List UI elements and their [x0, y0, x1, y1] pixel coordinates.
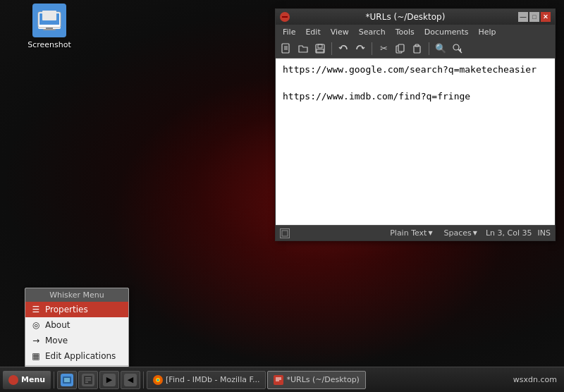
- indent-label: Spaces: [444, 228, 472, 238]
- editor-app-icon: [280, 12, 290, 22]
- taskbar: Menu ▶ ◀ [Find - IMDb - Mozilla F...: [0, 367, 564, 392]
- taskbar-app-4[interactable]: ◀: [121, 371, 140, 389]
- menu-view[interactable]: View: [326, 26, 353, 38]
- context-menu-item-move[interactable]: → Move: [25, 333, 128, 348]
- taskbar-app-3[interactable]: ▶: [99, 371, 119, 389]
- editor-line-1: https://www.google.com/search?q=maketech…: [283, 64, 548, 75]
- taskbar-quicklaunch: ▶ ◀: [57, 371, 140, 389]
- editor-statusbar: Plain Text Spaces Ln 3, Col 35 INS: [276, 225, 555, 240]
- editor-line-3: https://www.imdb.com/find?q=fringe: [283, 91, 548, 102]
- context-menu-item-edit-applications[interactable]: ▦ Edit Applications: [25, 348, 128, 364]
- taskbar-app-icon-4: ◀: [124, 374, 137, 386]
- taskbar-item-gedit[interactable]: *URLs (~/Desktop): [267, 371, 365, 389]
- taskbar-app-icon-2: [82, 374, 94, 386]
- svg-rect-8: [316, 44, 324, 53]
- context-menu-item-properties[interactable]: ☰ Properties: [25, 302, 128, 317]
- toolbar-new-button[interactable]: [278, 41, 294, 56]
- taskbar-separator-1: [54, 372, 54, 388]
- context-menu-properties-label: Properties: [45, 305, 88, 314]
- cursor-position: Ln 3, Col 35: [486, 228, 532, 238]
- editor-titlebar: *URLs (~/Desktop) — □ ✕: [276, 9, 555, 25]
- context-menu-header: Whisker Menu: [25, 288, 128, 302]
- taskbar-items: [Find - IMDb - Mozilla F... *URLs (~/Des…: [147, 371, 506, 389]
- svg-rect-12: [398, 44, 404, 51]
- firefox-taskbar-icon: [153, 375, 163, 385]
- taskbar-app-icon-3: ▶: [103, 374, 116, 386]
- taskbar-clock: wsxdn.com: [509, 375, 561, 384]
- toolbar-redo-button[interactable]: [352, 41, 368, 56]
- start-label: Menu: [21, 375, 45, 384]
- gedit-taskbar-icon: [274, 375, 283, 385]
- firefox-taskbar-label: [Find - IMDb - Mozilla F...: [166, 375, 259, 384]
- context-menu-move-label: Move: [45, 336, 68, 345]
- svg-rect-3: [43, 29, 56, 30]
- svg-rect-17: [282, 231, 288, 236]
- edit-applications-icon: ▦: [31, 351, 41, 361]
- editor-line-2: [283, 78, 548, 88]
- toolbar-paste-button[interactable]: [410, 41, 425, 56]
- editor-title: *URLs (~/Desktop): [293, 12, 518, 22]
- window-controls: — □ ✕: [518, 12, 551, 22]
- taskbar-app-1[interactable]: [57, 371, 77, 389]
- svg-rect-9: [318, 44, 322, 48]
- menu-help[interactable]: Help: [474, 26, 500, 38]
- context-menu-separator: [25, 365, 128, 366]
- desktop: Screenshot Whisker Menu ☰ Properties ◎ A…: [0, 0, 564, 367]
- move-icon: →: [31, 336, 41, 345]
- indent-dropdown[interactable]: Spaces: [441, 228, 480, 238]
- context-menu-about-label: About: [45, 320, 70, 330]
- close-button[interactable]: ✕: [541, 12, 551, 22]
- status-icon: [280, 228, 290, 238]
- start-icon: [8, 375, 18, 385]
- context-menu: Whisker Menu ☰ Properties ◎ About → Move…: [25, 288, 129, 367]
- editor-mode: INS: [538, 228, 551, 238]
- svg-point-15: [453, 44, 459, 50]
- context-menu-item-about[interactable]: ◎ About: [25, 317, 128, 333]
- taskbar-app-2[interactable]: [78, 371, 98, 389]
- toolbar-copy-button[interactable]: [393, 41, 408, 56]
- menu-tools[interactable]: Tools: [391, 26, 419, 38]
- taskbar-separator-2: [143, 372, 144, 388]
- menu-search[interactable]: Search: [355, 26, 390, 38]
- toolbar-find-button[interactable]: 🔍: [433, 41, 448, 56]
- minimize-button[interactable]: —: [518, 12, 528, 22]
- toolbar-sep-3: [429, 42, 429, 55]
- taskbar-app-icon-1: [61, 374, 73, 386]
- toolbar-open-button[interactable]: [295, 41, 311, 56]
- toolbar-cut-button[interactable]: ✂: [376, 41, 391, 56]
- screenshot-icon-label: Screenshot: [27, 40, 71, 49]
- menu-file[interactable]: File: [278, 26, 300, 38]
- menu-documents[interactable]: Documents: [420, 26, 473, 38]
- toolbar-replace-button[interactable]: [450, 41, 465, 56]
- menu-edit[interactable]: Edit: [301, 26, 324, 38]
- file-type-dropdown[interactable]: Plain Text: [387, 228, 435, 238]
- editor-toolbar: ✂ 🔍: [276, 39, 555, 59]
- gedit-taskbar-label: *URLs (~/Desktop): [286, 375, 359, 384]
- svg-point-26: [157, 379, 159, 381]
- editor-menubar: File Edit View Search Tools Documents He…: [276, 25, 555, 39]
- toolbar-sep-2: [372, 42, 372, 55]
- toolbar-save-button[interactable]: [312, 41, 328, 56]
- screenshot-icon-image: [32, 4, 66, 37]
- start-button[interactable]: Menu: [3, 371, 51, 389]
- about-icon: ◎: [31, 320, 41, 330]
- screenshot-desktop-icon[interactable]: Screenshot: [21, 4, 78, 49]
- file-type-label: Plain Text: [390, 228, 427, 238]
- maximize-button[interactable]: □: [529, 12, 539, 22]
- taskbar-item-firefox[interactable]: [Find - IMDb - Mozilla F...: [147, 371, 266, 389]
- editor-content[interactable]: https://www.google.com/search?q=maketech…: [276, 59, 555, 225]
- editor-window: *URLs (~/Desktop) — □ ✕ File Edit View S…: [275, 8, 556, 241]
- context-menu-edit-label: Edit Applications: [45, 351, 116, 361]
- svg-rect-1: [39, 13, 59, 25]
- title-left: [280, 12, 293, 22]
- properties-icon: ☰: [31, 305, 41, 314]
- toolbar-undo-button[interactable]: [336, 41, 351, 56]
- svg-rect-27: [274, 376, 283, 384]
- toolbar-sep-1: [331, 42, 332, 55]
- svg-rect-19: [64, 378, 70, 382]
- svg-rect-10: [317, 49, 324, 52]
